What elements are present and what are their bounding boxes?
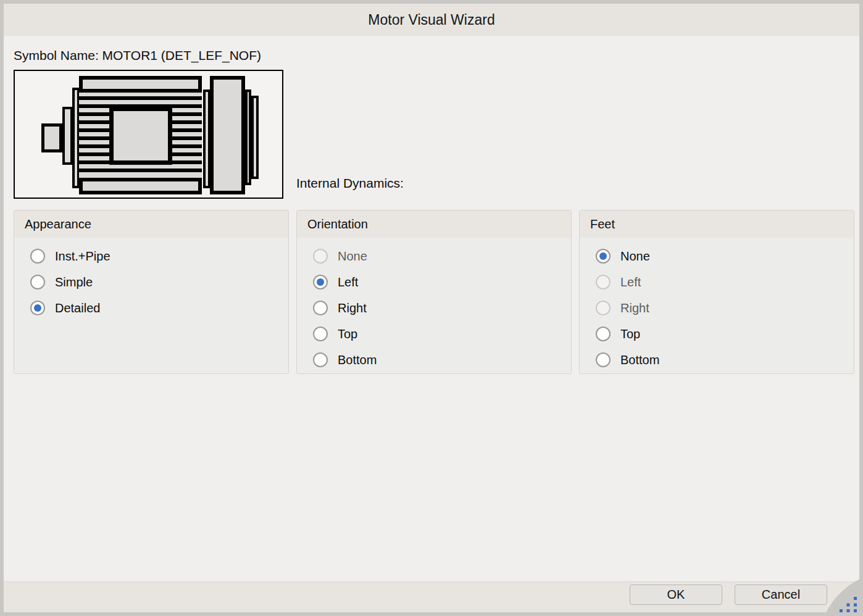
- group-title-feet: Feet: [580, 210, 854, 238]
- motor-visual-wizard-dialog: Motor Visual Wizard Symbol Name: MOTOR1 …: [0, 0, 863, 616]
- radio-button-orientation-none: [313, 249, 328, 264]
- group-title-orientation: Orientation: [297, 210, 571, 238]
- radio-button-feet-none[interactable]: [596, 249, 611, 264]
- radio-option-appearance-simple[interactable]: Simple: [14, 269, 288, 295]
- radio-label-feet-left: Left: [620, 275, 641, 289]
- radio-option-appearance-detailed[interactable]: Detailed: [14, 295, 288, 321]
- ok-button[interactable]: OK: [630, 585, 722, 605]
- motor-icon: [15, 71, 282, 198]
- resize-grip[interactable]: [825, 578, 863, 616]
- radio-label-feet-right: Right: [620, 301, 649, 315]
- radio-option-orientation-right[interactable]: Right: [297, 295, 571, 321]
- radio-label-appearance-detailed[interactable]: Detailed: [55, 301, 100, 315]
- radio-label-feet-top[interactable]: Top: [620, 327, 640, 341]
- dialog-title: Motor Visual Wizard: [368, 12, 494, 28]
- group-body: NoneLeftRightTopBottom: [297, 238, 571, 373]
- group-feet: Feet NoneLeftRightTopBottom: [579, 210, 854, 374]
- radio-button-orientation-bottom[interactable]: [313, 352, 328, 367]
- radio-option-orientation-left[interactable]: Left: [297, 269, 571, 295]
- radio-label-orientation-left[interactable]: Left: [338, 275, 358, 289]
- radio-button-feet-bottom[interactable]: [596, 352, 611, 367]
- motor-preview-box: [14, 70, 283, 199]
- radio-label-feet-bottom[interactable]: Bottom: [620, 353, 659, 367]
- resize-grip-corner: [825, 578, 863, 616]
- radio-label-orientation-none: None: [338, 249, 367, 264]
- radio-label-orientation-right[interactable]: Right: [338, 301, 367, 315]
- radio-option-feet-none[interactable]: None: [580, 243, 854, 269]
- radio-option-feet-top[interactable]: Top: [580, 321, 854, 347]
- radio-label-appearance-simple[interactable]: Simple: [55, 275, 93, 289]
- cancel-button[interactable]: Cancel: [735, 585, 827, 605]
- radio-button-appearance-inst-pipe[interactable]: [30, 249, 45, 264]
- radio-button-orientation-top[interactable]: [313, 327, 328, 341]
- group-appearance: Appearance Inst.+PipeSimpleDetailed: [14, 210, 289, 374]
- radio-button-appearance-simple[interactable]: [30, 275, 45, 289]
- group-body: NoneLeftRightTopBottom: [580, 238, 854, 373]
- radio-option-feet-bottom[interactable]: Bottom: [580, 347, 854, 373]
- radio-option-orientation-top[interactable]: Top: [297, 321, 571, 347]
- group-orientation: Orientation NoneLeftRightTopBottom: [296, 210, 572, 374]
- radio-option-orientation-none: None: [297, 243, 571, 269]
- symbol-name-label: Symbol Name: MOTOR1 (DET_LEF_NOF): [14, 48, 261, 63]
- footer-bar: OK Cancel: [4, 581, 859, 612]
- radio-button-orientation-left[interactable]: [313, 275, 328, 289]
- radio-button-feet-left: [596, 275, 611, 289]
- internal-dynamics-label: Internal Dynamics:: [296, 176, 404, 191]
- title-bar[interactable]: Motor Visual Wizard: [4, 4, 859, 36]
- radio-option-feet-right: Right: [580, 295, 854, 321]
- radio-label-orientation-bottom[interactable]: Bottom: [338, 353, 377, 367]
- radio-label-orientation-top[interactable]: Top: [338, 327, 357, 341]
- radio-option-orientation-bottom[interactable]: Bottom: [297, 347, 571, 373]
- radio-option-feet-left: Left: [580, 269, 854, 295]
- radio-button-appearance-detailed[interactable]: [30, 301, 45, 315]
- radio-button-feet-top[interactable]: [596, 327, 611, 341]
- group-body: Inst.+PipeSimpleDetailed: [14, 238, 288, 321]
- radio-label-appearance-inst-pipe[interactable]: Inst.+Pipe: [55, 249, 110, 264]
- radio-button-orientation-right[interactable]: [313, 301, 328, 315]
- radio-button-feet-right: [596, 301, 611, 315]
- radio-option-appearance-inst-pipe[interactable]: Inst.+Pipe: [14, 243, 288, 269]
- group-title-appearance: Appearance: [14, 210, 288, 238]
- radio-label-feet-none[interactable]: None: [620, 249, 650, 264]
